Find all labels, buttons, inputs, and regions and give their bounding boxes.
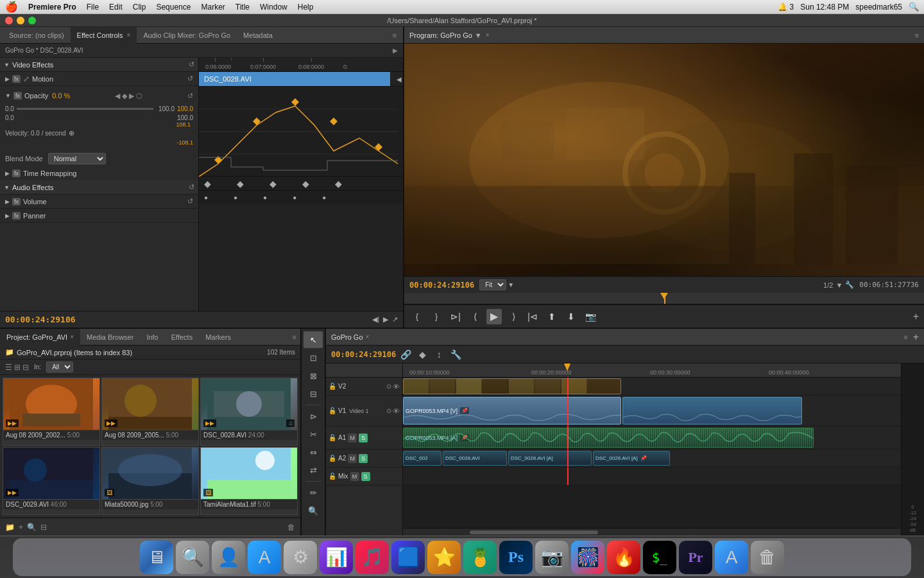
v2-sync[interactable]: ⊙ <box>386 383 391 390</box>
delete-btn[interactable]: 🗑 <box>287 523 295 532</box>
blend-mode-select[interactable]: Normal <box>48 153 106 164</box>
a2-solo[interactable]: S <box>359 454 368 463</box>
search-btn[interactable]: 🔍 <box>27 523 37 532</box>
monitor-playhead[interactable] <box>664 293 665 304</box>
in-select[interactable]: All <box>46 362 73 372</box>
marker-menu[interactable]: Marker <box>201 3 225 12</box>
dock-trash[interactable]: 🗑 <box>751 541 784 574</box>
project-tab-close[interactable]: × <box>70 333 74 340</box>
dock-photo-booth[interactable]: 🎆 <box>571 541 604 574</box>
camera-btn[interactable]: 📷 <box>583 309 598 324</box>
keyframe-next[interactable]: ▶ <box>129 92 134 100</box>
search-icon[interactable]: 🔍 <box>909 2 919 12</box>
pen-tool[interactable]: ✏ <box>304 484 323 501</box>
panel-menu-button[interactable]: ≡ <box>389 31 400 39</box>
roll-tool[interactable]: ⊟ <box>304 385 323 402</box>
list-view-btn[interactable]: ☰ <box>5 363 12 372</box>
dock-settings[interactable]: ⚙ <box>284 541 317 574</box>
ripple-tool[interactable]: ⊠ <box>304 367 323 384</box>
dock-appstore[interactable]: A <box>248 541 281 574</box>
dock-premiere[interactable]: Pr <box>679 541 712 574</box>
v1-gopr-clip[interactable]: GOPR0053.MP4 [V] 📌 <box>403 397 621 425</box>
media-item[interactable]: ▶▶ Aug 08 2009_2005... 5:00 <box>101 378 199 446</box>
keyframe-nav[interactable]: ◀ ◆ ▶ ⬡ <box>115 92 142 100</box>
grid-view-btn[interactable]: ⊞ <box>14 363 21 372</box>
track-a2[interactable]: DSC_002 DSC_0028.AVI DSC_0028.AVI [A] DS… <box>403 450 901 468</box>
razor-tool[interactable]: ✂ <box>304 426 323 442</box>
volume-reset[interactable]: ↺ <box>187 197 193 206</box>
media-item[interactable]: 🖼 TamiAlanMiata1.tif 5:00 <box>200 447 298 515</box>
clip-collapse[interactable]: ◀ <box>397 76 402 83</box>
source-arrow[interactable]: ▶ <box>393 47 398 54</box>
play-icon-small[interactable]: ▶ <box>383 315 388 324</box>
effect-timecode-value[interactable]: 00:00:24:29106 <box>5 315 76 324</box>
mix-mute[interactable]: M <box>350 472 359 481</box>
export-btn[interactable]: ↗ <box>392 315 398 324</box>
effect-controls-close[interactable]: × <box>127 31 131 39</box>
video-effects-header[interactable]: ▼ Video Effects ↺ <box>0 58 198 72</box>
dock-after-effects[interactable]: 🔥 <box>607 541 640 574</box>
a1-gopr-clip[interactable]: GOPR0053.MP4 [A] 📌 <box>403 428 814 448</box>
dock-spotlight[interactable]: 🔍 <box>176 541 209 574</box>
a2-dsc0028b-clip[interactable]: DSC_0028.AVI [A] 📌 <box>593 451 670 466</box>
help-menu[interactable]: Help <box>298 3 314 12</box>
dock-camera[interactable]: 📷 <box>535 541 569 574</box>
keyframe-add[interactable]: ⬡ <box>136 92 142 100</box>
a2-dsc0028a-clip[interactable]: DSC_0028.AVI [A] <box>508 451 592 466</box>
file-menu[interactable]: File <box>87 3 99 12</box>
dock-keynote[interactable]: 📊 <box>320 541 353 574</box>
sequence-menu[interactable]: Sequence <box>156 3 191 12</box>
freeform-view-btn[interactable]: ⊟ <box>22 363 29 372</box>
program-monitor-close[interactable]: × <box>486 31 490 39</box>
timeline-timecode[interactable]: 00:00:24:29106 <box>331 350 396 359</box>
dock-contacts[interactable]: 👤 <box>212 541 245 574</box>
a1-solo[interactable]: S <box>359 434 368 442</box>
rate-tool[interactable]: ⊳ <box>304 408 323 425</box>
app-name[interactable]: Premiere Pro <box>28 3 76 12</box>
v2-clip-group[interactable] <box>403 378 621 394</box>
tab-project[interactable]: Project: GoPro_AVI × <box>0 329 80 346</box>
dock-photoshop[interactable]: Ps <box>499 541 533 574</box>
opacity-value[interactable]: 0.0 % <box>52 92 70 100</box>
zoom-tool[interactable]: 🔍 <box>304 502 323 519</box>
program-monitor-dropdown[interactable]: ▼ <box>475 31 482 39</box>
tab-info[interactable]: Info <box>140 329 164 346</box>
dock-tropico[interactable]: 🍍 <box>463 541 497 574</box>
track-v1[interactable]: GOPR0053.MP4 [V] 📌 <box>403 396 901 426</box>
project-panel-menu[interactable]: ≡ <box>289 333 300 341</box>
track-a1[interactable]: GOPR0053.MP4 [A] 📌 <box>403 426 901 450</box>
mix-lock[interactable]: 🔓 <box>329 473 336 480</box>
opacity-reset[interactable]: ↺ <box>187 92 193 100</box>
fraction-dropdown[interactable]: ▼ <box>835 281 843 289</box>
tab-effects[interactable]: Effects <box>165 329 199 346</box>
window-menu[interactable]: Window <box>260 3 287 12</box>
track-mix[interactable] <box>403 468 901 486</box>
fit-dropdown[interactable]: ▼ <box>508 281 514 288</box>
new-item-btn[interactable]: + <box>19 523 23 532</box>
next-edit-btn[interactable]: |⊲ <box>525 309 540 324</box>
a2-dsc0028-clip[interactable]: DSC_0028.AVI <box>443 451 507 466</box>
video-effects-reset[interactable]: ↺ <box>189 60 194 69</box>
a2-lock[interactable]: 🔓 <box>329 455 336 462</box>
a2-mute[interactable]: M <box>348 454 357 463</box>
v1-lock[interactable]: 🔓 <box>329 407 336 414</box>
dock-squash[interactable]: 🟦 <box>391 541 425 574</box>
a1-lock[interactable]: 🔓 <box>329 434 336 441</box>
add-marker-btn[interactable]: + <box>913 311 919 322</box>
arrow-tool[interactable]: ↖ <box>304 331 323 348</box>
minimize-button[interactable] <box>17 17 24 24</box>
tab-audio-clip-mixer[interactable]: Audio Clip Mixer: GoPro Go <box>137 27 237 44</box>
media-item[interactable]: 🖼 Miata50000.jpg 5:00 <box>101 447 199 515</box>
dock-font-book[interactable]: A <box>715 541 748 574</box>
v2-eye[interactable]: 👁 <box>393 383 400 390</box>
program-monitor-menu[interactable]: ≡ <box>915 31 919 39</box>
track-v2[interactable] <box>403 378 901 396</box>
media-item[interactable]: ▶▶ Aug 08 2009_2002... 5:00 <box>3 378 100 446</box>
step-forward-btn[interactable]: ⟩ <box>506 309 521 324</box>
lift-btn[interactable]: ⬆ <box>544 309 560 324</box>
new-bin-btn[interactable]: 📁 <box>5 523 15 532</box>
a2-dsc002-clip[interactable]: DSC_002 <box>403 451 441 466</box>
motion-reset[interactable]: ↺ <box>187 74 193 83</box>
tab-source[interactable]: Source: (no clips) <box>3 27 71 44</box>
media-item[interactable]: ▶▶ ♫ DSC_0028.AVI 24:00 <box>200 378 298 446</box>
